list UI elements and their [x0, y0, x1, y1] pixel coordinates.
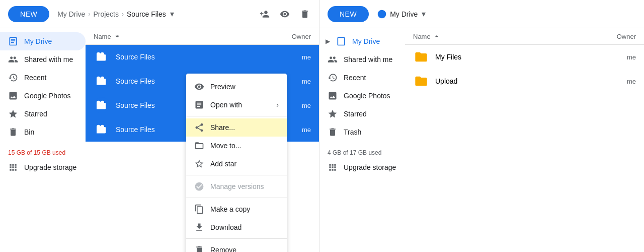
left-file-content: Name Owner Source Files me Source	[86, 28, 319, 252]
col-name-header-right[interactable]: Name	[413, 32, 586, 40]
left-body: My Drive Shared with me Recent Google Ph…	[0, 28, 319, 252]
sidebar-item-starred-right[interactable]: Starred	[319, 105, 405, 123]
sidebar-label-recent-right: Recent	[344, 74, 366, 82]
file-owner-0: me	[261, 53, 311, 61]
upgrade-storage-right[interactable]: Upgrade storage	[328, 160, 397, 174]
sidebar-item-recent-right[interactable]: Recent	[319, 69, 405, 87]
right-file-row-0[interactable]: My Files me	[405, 45, 644, 69]
context-menu: Preview Open with › Share...	[186, 74, 287, 252]
sidebar-item-photos-left[interactable]: Google Photos	[0, 87, 86, 105]
sidebar-label-my-drive-right: My Drive	[352, 37, 380, 45]
breadcrumb-projects[interactable]: Projects	[93, 10, 119, 18]
left-sidebar: My Drive Shared with me Recent Google Ph…	[0, 28, 86, 252]
right-sidebar: ▶ My Drive Shared with me Recent	[319, 28, 405, 252]
drive-icon	[8, 36, 18, 46]
menu-item-add-star[interactable]: Add star	[186, 155, 287, 173]
open-with-icon	[194, 100, 204, 110]
sidebar-item-bin-left[interactable]: Bin	[0, 123, 86, 141]
sidebar-item-trash-right[interactable]: Trash	[319, 123, 405, 141]
breadcrumb-left: My Drive › Projects › Source Files ▾	[57, 9, 174, 19]
col-owner-header-left: Owner	[261, 33, 311, 40]
bin-icon-left	[8, 127, 18, 137]
breadcrumb-source-files[interactable]: Source Files	[127, 10, 166, 18]
file-name-0: Source Files	[116, 53, 261, 61]
new-button-left[interactable]: NEW	[8, 6, 49, 22]
add-person-icon[interactable]	[259, 8, 271, 20]
menu-separator-4	[186, 238, 287, 239]
header-icons-left	[259, 8, 311, 20]
move-to-icon	[194, 141, 204, 151]
right-breadcrumb-drive-icon	[377, 9, 387, 19]
menu-separator-2	[186, 175, 287, 175]
right-file-icon-0	[413, 49, 429, 65]
menu-item-manage-versions: Manage versions	[186, 177, 287, 196]
sidebar-item-my-drive-right[interactable]: ▶ My Drive	[319, 32, 405, 50]
remove-icon	[194, 245, 204, 252]
breadcrumb-chevron[interactable]: ▾	[170, 9, 174, 19]
breadcrumb-arrow2: ›	[122, 11, 124, 18]
drive-icon-right	[336, 36, 346, 46]
sidebar-label-my-drive-left: My Drive	[24, 37, 52, 45]
sidebar-label-starred-left: Starred	[24, 110, 47, 118]
right-file-content: Name Owner My Files me Upload me	[405, 28, 644, 252]
recent-icon-right	[328, 73, 338, 83]
sidebar-item-recent-left[interactable]: Recent	[0, 69, 86, 87]
shared-icon-right	[328, 54, 338, 65]
menu-item-open-with[interactable]: Open with ›	[186, 96, 287, 114]
breadcrumb-my-drive[interactable]: My Drive	[57, 10, 85, 18]
upgrade-label-right: Upgrade storage	[344, 163, 396, 171]
breadcrumb-right: My Drive ▾	[377, 9, 426, 19]
expand-icon-right: ▶	[326, 38, 330, 45]
upgrade-icon-right	[328, 162, 338, 172]
new-button-right[interactable]: NEW	[328, 6, 369, 22]
upgrade-storage-left[interactable]: Upgrade storage	[8, 160, 77, 174]
right-body: ▶ My Drive Shared with me Recent	[319, 28, 644, 252]
sidebar-label-recent-left: Recent	[24, 74, 46, 82]
recent-icon-left	[8, 73, 18, 83]
eye-icon[interactable]	[279, 8, 291, 20]
menu-label-share: Share...	[210, 123, 235, 132]
sidebar-label-photos-left: Google Photos	[24, 92, 71, 100]
storage-text-right: 4 GB of 17 GB used	[328, 149, 397, 156]
menu-item-move-to[interactable]: Move to...	[186, 137, 287, 155]
col-name-label-left: Name	[94, 33, 111, 40]
right-file-row-1[interactable]: Upload me	[405, 69, 644, 93]
col-name-label-right: Name	[413, 33, 431, 40]
right-file-name-1: Upload	[435, 77, 586, 85]
menu-item-preview[interactable]: Preview	[186, 78, 287, 96]
breadcrumb-chevron-right[interactable]: ▾	[422, 9, 426, 19]
sidebar-label-trash-right: Trash	[344, 128, 361, 136]
right-file-name-0: My Files	[435, 53, 586, 61]
share-icon	[194, 122, 204, 133]
menu-item-share[interactable]: Share...	[186, 118, 287, 137]
upgrade-icon-left	[8, 162, 18, 172]
file-list-header-left: Name Owner	[86, 28, 319, 45]
trash-icon-right	[328, 127, 338, 137]
delete-icon-header[interactable]	[299, 8, 311, 20]
sidebar-label-starred-right: Starred	[344, 110, 367, 118]
sidebar-label-shared-right: Shared with me	[344, 55, 392, 64]
open-with-arrow: ›	[276, 101, 279, 109]
add-star-icon	[194, 159, 204, 169]
sidebar-item-photos-right[interactable]: Google Photos	[319, 87, 405, 105]
menu-item-download[interactable]: Download	[186, 218, 287, 236]
menu-item-remove[interactable]: Remove	[186, 241, 287, 252]
file-list-header-right: Name Owner	[405, 28, 644, 45]
sidebar-item-my-drive-left[interactable]: My Drive	[0, 32, 86, 50]
sidebar-label-shared-left: Shared with me	[24, 55, 73, 64]
star-icon-left	[8, 109, 18, 119]
storage-section-left: 15 GB of 15 GB used Upgrade storage	[0, 141, 86, 182]
sidebar-item-shared-right[interactable]: Shared with me	[319, 50, 405, 69]
sidebar-item-starred-left[interactable]: Starred	[0, 105, 86, 123]
menu-label-open-with: Open with	[210, 101, 242, 109]
file-icon-0	[94, 49, 110, 65]
menu-item-make-copy[interactable]: Make a copy	[186, 200, 287, 218]
col-name-header-left[interactable]: Name	[94, 32, 261, 40]
make-copy-icon	[194, 204, 204, 214]
manage-versions-icon	[194, 181, 204, 192]
right-file-icon-1	[413, 73, 429, 89]
menu-label-make-copy: Make a copy	[210, 205, 250, 213]
file-row-0[interactable]: Source Files me	[86, 45, 319, 69]
breadcrumb-my-drive-right[interactable]: My Drive	[390, 10, 418, 18]
sidebar-item-shared-left[interactable]: Shared with me	[0, 50, 86, 69]
